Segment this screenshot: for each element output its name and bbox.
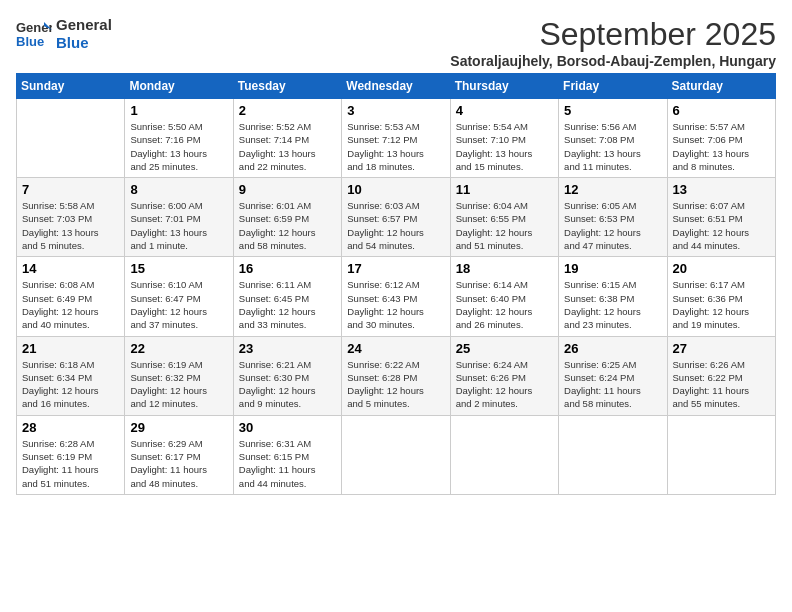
calendar-cell: 2Sunrise: 5:52 AM Sunset: 7:14 PM Daylig…	[233, 99, 341, 178]
calendar-cell: 10Sunrise: 6:03 AM Sunset: 6:57 PM Dayli…	[342, 178, 450, 257]
logo-text: General Blue	[56, 16, 112, 52]
logo: General Blue General Blue	[16, 16, 112, 52]
calendar-cell: 12Sunrise: 6:05 AM Sunset: 6:53 PM Dayli…	[559, 178, 667, 257]
day-info: Sunrise: 6:26 AM Sunset: 6:22 PM Dayligh…	[673, 358, 770, 411]
calendar-cell: 8Sunrise: 6:00 AM Sunset: 7:01 PM Daylig…	[125, 178, 233, 257]
calendar-cell: 30Sunrise: 6:31 AM Sunset: 6:15 PM Dayli…	[233, 415, 341, 494]
title-area: September 2025 Satoraljaujhely, Borsod-A…	[450, 16, 776, 69]
calendar-cell: 28Sunrise: 6:28 AM Sunset: 6:19 PM Dayli…	[17, 415, 125, 494]
day-number: 15	[130, 261, 227, 276]
day-info: Sunrise: 6:25 AM Sunset: 6:24 PM Dayligh…	[564, 358, 661, 411]
day-number: 6	[673, 103, 770, 118]
calendar-cell: 29Sunrise: 6:29 AM Sunset: 6:17 PM Dayli…	[125, 415, 233, 494]
header: General Blue General Blue September 2025…	[16, 16, 776, 69]
day-number: 12	[564, 182, 661, 197]
day-info: Sunrise: 6:00 AM Sunset: 7:01 PM Dayligh…	[130, 199, 227, 252]
calendar-cell: 23Sunrise: 6:21 AM Sunset: 6:30 PM Dayli…	[233, 336, 341, 415]
day-number: 8	[130, 182, 227, 197]
location-subtitle: Satoraljaujhely, Borsod-Abauj-Zemplen, H…	[450, 53, 776, 69]
day-info: Sunrise: 6:24 AM Sunset: 6:26 PM Dayligh…	[456, 358, 553, 411]
svg-text:Blue: Blue	[16, 34, 44, 49]
col-header-friday: Friday	[559, 74, 667, 99]
day-number: 28	[22, 420, 119, 435]
day-number: 7	[22, 182, 119, 197]
calendar-cell	[342, 415, 450, 494]
day-info: Sunrise: 5:53 AM Sunset: 7:12 PM Dayligh…	[347, 120, 444, 173]
day-info: Sunrise: 6:19 AM Sunset: 6:32 PM Dayligh…	[130, 358, 227, 411]
day-number: 16	[239, 261, 336, 276]
col-header-thursday: Thursday	[450, 74, 558, 99]
day-info: Sunrise: 6:04 AM Sunset: 6:55 PM Dayligh…	[456, 199, 553, 252]
day-number: 29	[130, 420, 227, 435]
day-number: 23	[239, 341, 336, 356]
day-info: Sunrise: 6:14 AM Sunset: 6:40 PM Dayligh…	[456, 278, 553, 331]
day-number: 2	[239, 103, 336, 118]
col-header-saturday: Saturday	[667, 74, 775, 99]
col-header-monday: Monday	[125, 74, 233, 99]
calendar-cell: 4Sunrise: 5:54 AM Sunset: 7:10 PM Daylig…	[450, 99, 558, 178]
svg-text:General: General	[16, 20, 52, 35]
col-header-sunday: Sunday	[17, 74, 125, 99]
calendar-table: SundayMondayTuesdayWednesdayThursdayFrid…	[16, 73, 776, 495]
day-info: Sunrise: 6:22 AM Sunset: 6:28 PM Dayligh…	[347, 358, 444, 411]
calendar-week-row: 28Sunrise: 6:28 AM Sunset: 6:19 PM Dayli…	[17, 415, 776, 494]
calendar-cell: 1Sunrise: 5:50 AM Sunset: 7:16 PM Daylig…	[125, 99, 233, 178]
day-info: Sunrise: 6:28 AM Sunset: 6:19 PM Dayligh…	[22, 437, 119, 490]
calendar-cell: 20Sunrise: 6:17 AM Sunset: 6:36 PM Dayli…	[667, 257, 775, 336]
day-number: 20	[673, 261, 770, 276]
day-number: 10	[347, 182, 444, 197]
calendar-cell	[17, 99, 125, 178]
day-number: 21	[22, 341, 119, 356]
col-header-wednesday: Wednesday	[342, 74, 450, 99]
calendar-week-row: 7Sunrise: 5:58 AM Sunset: 7:03 PM Daylig…	[17, 178, 776, 257]
day-info: Sunrise: 5:54 AM Sunset: 7:10 PM Dayligh…	[456, 120, 553, 173]
day-info: Sunrise: 6:07 AM Sunset: 6:51 PM Dayligh…	[673, 199, 770, 252]
day-info: Sunrise: 6:11 AM Sunset: 6:45 PM Dayligh…	[239, 278, 336, 331]
day-number: 17	[347, 261, 444, 276]
calendar-cell	[667, 415, 775, 494]
day-info: Sunrise: 6:15 AM Sunset: 6:38 PM Dayligh…	[564, 278, 661, 331]
day-info: Sunrise: 5:52 AM Sunset: 7:14 PM Dayligh…	[239, 120, 336, 173]
day-info: Sunrise: 6:01 AM Sunset: 6:59 PM Dayligh…	[239, 199, 336, 252]
calendar-cell: 13Sunrise: 6:07 AM Sunset: 6:51 PM Dayli…	[667, 178, 775, 257]
day-number: 30	[239, 420, 336, 435]
day-info: Sunrise: 6:18 AM Sunset: 6:34 PM Dayligh…	[22, 358, 119, 411]
calendar-cell: 7Sunrise: 5:58 AM Sunset: 7:03 PM Daylig…	[17, 178, 125, 257]
day-number: 1	[130, 103, 227, 118]
calendar-cell: 14Sunrise: 6:08 AM Sunset: 6:49 PM Dayli…	[17, 257, 125, 336]
calendar-body: 1Sunrise: 5:50 AM Sunset: 7:16 PM Daylig…	[17, 99, 776, 495]
day-info: Sunrise: 6:29 AM Sunset: 6:17 PM Dayligh…	[130, 437, 227, 490]
calendar-week-row: 21Sunrise: 6:18 AM Sunset: 6:34 PM Dayli…	[17, 336, 776, 415]
calendar-week-row: 14Sunrise: 6:08 AM Sunset: 6:49 PM Dayli…	[17, 257, 776, 336]
calendar-cell: 18Sunrise: 6:14 AM Sunset: 6:40 PM Dayli…	[450, 257, 558, 336]
day-info: Sunrise: 5:58 AM Sunset: 7:03 PM Dayligh…	[22, 199, 119, 252]
day-number: 14	[22, 261, 119, 276]
calendar-cell: 16Sunrise: 6:11 AM Sunset: 6:45 PM Dayli…	[233, 257, 341, 336]
calendar-cell: 17Sunrise: 6:12 AM Sunset: 6:43 PM Dayli…	[342, 257, 450, 336]
calendar-cell: 19Sunrise: 6:15 AM Sunset: 6:38 PM Dayli…	[559, 257, 667, 336]
day-info: Sunrise: 6:17 AM Sunset: 6:36 PM Dayligh…	[673, 278, 770, 331]
calendar-cell: 25Sunrise: 6:24 AM Sunset: 6:26 PM Dayli…	[450, 336, 558, 415]
day-info: Sunrise: 6:05 AM Sunset: 6:53 PM Dayligh…	[564, 199, 661, 252]
day-info: Sunrise: 6:10 AM Sunset: 6:47 PM Dayligh…	[130, 278, 227, 331]
day-number: 27	[673, 341, 770, 356]
calendar-cell: 27Sunrise: 6:26 AM Sunset: 6:22 PM Dayli…	[667, 336, 775, 415]
calendar-cell: 24Sunrise: 6:22 AM Sunset: 6:28 PM Dayli…	[342, 336, 450, 415]
day-number: 5	[564, 103, 661, 118]
day-info: Sunrise: 5:50 AM Sunset: 7:16 PM Dayligh…	[130, 120, 227, 173]
day-number: 26	[564, 341, 661, 356]
day-number: 13	[673, 182, 770, 197]
day-info: Sunrise: 6:21 AM Sunset: 6:30 PM Dayligh…	[239, 358, 336, 411]
calendar-cell	[559, 415, 667, 494]
day-info: Sunrise: 6:08 AM Sunset: 6:49 PM Dayligh…	[22, 278, 119, 331]
calendar-cell: 11Sunrise: 6:04 AM Sunset: 6:55 PM Dayli…	[450, 178, 558, 257]
day-number: 11	[456, 182, 553, 197]
calendar-cell: 22Sunrise: 6:19 AM Sunset: 6:32 PM Dayli…	[125, 336, 233, 415]
day-info: Sunrise: 6:12 AM Sunset: 6:43 PM Dayligh…	[347, 278, 444, 331]
day-number: 3	[347, 103, 444, 118]
calendar-cell: 21Sunrise: 6:18 AM Sunset: 6:34 PM Dayli…	[17, 336, 125, 415]
day-info: Sunrise: 6:03 AM Sunset: 6:57 PM Dayligh…	[347, 199, 444, 252]
calendar-cell: 5Sunrise: 5:56 AM Sunset: 7:08 PM Daylig…	[559, 99, 667, 178]
calendar-cell: 9Sunrise: 6:01 AM Sunset: 6:59 PM Daylig…	[233, 178, 341, 257]
day-number: 19	[564, 261, 661, 276]
